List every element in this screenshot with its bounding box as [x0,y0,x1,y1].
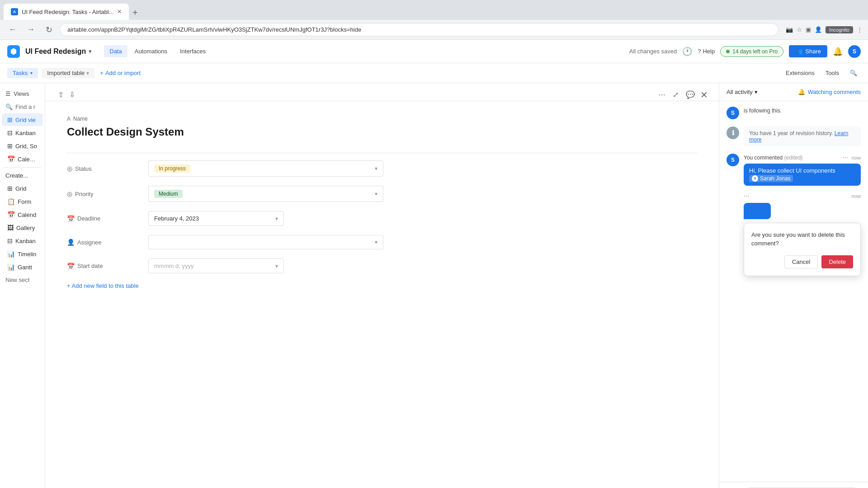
second-comment-more-button[interactable]: ⋯ [744,193,749,199]
gantt-icon: 📊 [7,263,15,271]
plus-icon: + [100,70,104,76]
active-tab[interactable]: A UI Feed Redesign: Tasks - Airtabl... × [4,4,129,20]
forward-button[interactable]: → [24,23,38,37]
following-avatar: S [726,107,739,119]
priority-field-icon: ◎ [67,190,72,197]
toolbar-right: Extensions Tools 🔍 [782,68,861,78]
start-date-chevron-icon: ▾ [275,263,278,269]
add-field-button[interactable]: + Add new field to this table [67,282,697,289]
nav-automations[interactable]: Automations [129,45,173,57]
record-divider [67,153,697,153]
help-button[interactable]: ? Help [698,48,715,55]
sidebar-item-grid-view[interactable]: ⊞ Grid vie [2,113,43,126]
pro-dot-icon [726,50,730,53]
tab-close-button[interactable]: × [118,8,122,16]
sidebar-item-gallery[interactable]: 🖼 Gallery [2,221,43,234]
sidebar-item-kanban-label: Kanban [15,130,36,136]
deadline-picker[interactable]: February 4, 2023 ▾ [148,211,284,226]
start-date-field-icon: 📅 [67,263,75,270]
profile-icon[interactable]: 👤 [815,26,822,33]
activity-filter[interactable]: All activity ▾ [726,89,758,95]
comment-time: now [852,155,861,160]
user-avatar[interactable]: S [848,45,861,58]
kanban-icon: ⊟ [7,129,13,136]
pro-badge[interactable]: 14 days left on Pro [720,46,783,57]
sidebar-item-kanban[interactable]: ⊟ Kanban [2,127,43,139]
sidebar-item-gantt[interactable]: 📊 Gantt [2,261,43,273]
gantt-label: Gantt [18,264,32,271]
address-text: airtable.com/appnB2PYqtdgiMrZG/tbliXpR4Z… [67,26,361,33]
mention-name: Sarah Jonas [760,175,790,182]
save-status: All changes saved [629,48,677,55]
search-button[interactable]: 🔍 [846,68,861,78]
start-date-label: 📅 Start date [67,263,148,270]
reload-button[interactable]: ↻ [42,23,56,37]
views-section-header[interactable]: ☰ Views [0,87,45,101]
timeline-icon: 📊 [7,250,15,258]
address-bar[interactable]: airtable.com/appnB2PYqtdgiMrZG/tbliXpR4Z… [60,23,778,36]
revision-activity-item: ℹ You have 1 year of revision history. L… [726,127,861,146]
find-label: Find a r [15,103,35,110]
title-chevron-icon[interactable]: ▾ [89,48,91,55]
nav-interfaces[interactable]: Interfaces [175,45,211,57]
grid-label: Grid [15,185,27,192]
sidebar-icon[interactable]: ▣ [806,26,811,33]
new-section[interactable]: New sect [0,274,45,286]
sidebar-item-timeline[interactable]: 📊 Timelin [2,248,43,260]
more-options-button[interactable]: ⋯ [656,89,667,101]
confirm-delete-button[interactable]: Delete [821,255,853,268]
menu-icon[interactable]: ⋮ [857,26,863,33]
create-button[interactable]: Create... [0,169,45,182]
second-comment-meta: ⋯ now [744,193,861,199]
tools-button[interactable]: Tools [822,68,843,78]
record-nav-up[interactable]: ⇧ [56,89,66,101]
find-record[interactable]: 🔍 Find a r [0,101,45,113]
priority-select[interactable]: Medium ▾ [148,186,383,202]
record-title[interactable]: Collect Design System [67,126,697,138]
record-panel-header: ⇧ ⇩ ⋯ ⤢ 💬 ✕ [45,83,719,101]
sidebar-item-grid[interactable]: ⊞ Grid [2,182,43,195]
assignee-chevron-icon: ▾ [375,239,377,245]
sidebar-item-form[interactable]: 📋 Form [2,195,43,208]
comment-author: You commented (edited) [744,154,802,162]
form-label: Form [18,198,31,205]
assignee-select[interactable]: ▾ [148,235,383,249]
sidebar-item-calendar[interactable]: 📅 Calenda [2,153,43,165]
status-select[interactable]: In progress ▾ [148,160,383,177]
app-logo [7,45,20,58]
expand-button[interactable]: ⤢ [671,89,680,101]
nav-data[interactable]: Data [104,45,127,57]
imported-table-tab[interactable]: Imported table ▾ [42,68,94,78]
start-date-picker[interactable]: mmmm d, yyyy ▾ [148,258,284,273]
back-button[interactable]: ← [5,23,20,37]
status-chevron-icon: ▾ [375,165,377,172]
watching-button[interactable]: 🔔 Watching comments [798,89,861,95]
views-label: Views [14,90,29,97]
new-tab-button[interactable]: + [129,6,142,20]
record-nav-down[interactable]: ⇩ [67,89,77,101]
activity-panel: All activity ▾ 🔔 Watching comments S is … [719,83,868,488]
add-import-button[interactable]: + Add or import [100,70,141,76]
cancel-delete-button[interactable]: Cancel [784,255,818,268]
history-button[interactable]: 🕐 [682,47,692,56]
mention-avatar: S [752,175,758,182]
extensions-button[interactable]: Extensions [782,68,818,78]
sidebar-item-kanban2[interactable]: ⊟ Kanban [2,235,43,247]
second-comment-time: now [852,193,861,199]
sidebar-item-calend[interactable]: 📅 Calend [2,208,43,221]
share-button[interactable]: 👥 Share [789,45,827,57]
watching-label: Watching comments [808,89,861,95]
following-text: is following this. [744,108,782,114]
record-nav: ⇧ ⇩ [56,89,77,101]
timeline-label: Timelin [18,251,36,258]
comment-more-button[interactable]: ⋯ [843,155,848,161]
comment-button[interactable]: 💬 [684,89,697,101]
sidebar-item-grid-so[interactable]: ⊞ Grid, So [2,140,43,152]
tab-favicon: A [11,8,18,15]
star-icon[interactable]: ☆ [797,26,802,33]
sidebar-item-grid-label: Grid vie [15,117,36,123]
notification-button[interactable]: 🔔 [833,47,843,56]
tasks-tab[interactable]: Tasks ▾ [7,68,38,78]
close-record-button[interactable]: ✕ [700,89,708,100]
comment-avatar: S [726,154,739,166]
